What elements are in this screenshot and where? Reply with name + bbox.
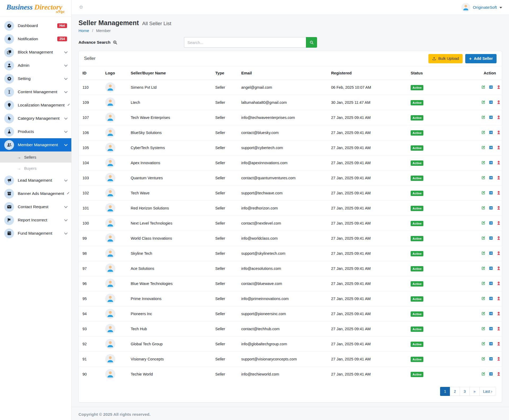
user-secret-action-icon[interactable] bbox=[496, 100, 501, 105]
user-secret-action-icon[interactable] bbox=[496, 356, 501, 361]
edit-action-icon[interactable] bbox=[481, 236, 486, 240]
list-action-icon[interactable] bbox=[489, 326, 493, 331]
sidebar-item-setting[interactable]: Setting bbox=[0, 72, 71, 85]
sidebar-subitem-sellers[interactable]: →Sellers bbox=[0, 151, 71, 163]
list-action-icon[interactable] bbox=[489, 115, 493, 120]
search-button[interactable] bbox=[306, 37, 317, 48]
edit-action-icon[interactable] bbox=[481, 296, 486, 301]
edit-action-icon[interactable] bbox=[481, 251, 486, 256]
sidebar-item-category-management[interactable]: Category Management bbox=[0, 112, 71, 125]
search-input[interactable] bbox=[184, 37, 306, 48]
list-action-icon[interactable] bbox=[489, 296, 493, 301]
edit-action-icon[interactable] bbox=[481, 311, 486, 316]
seller-registered: 27 Jan, 2025 09:41 AM bbox=[327, 110, 407, 125]
pagination-item-2[interactable]: 2 bbox=[450, 387, 460, 396]
list-action-icon[interactable] bbox=[489, 281, 493, 286]
list-action-icon[interactable] bbox=[489, 236, 493, 240]
seller-logo-avatar bbox=[105, 263, 115, 274]
brand-logo[interactable]: Business Directory script bbox=[0, 0, 71, 17]
user-secret-action-icon[interactable] bbox=[496, 296, 501, 301]
edit-action-icon[interactable] bbox=[481, 341, 486, 346]
list-action-icon[interactable] bbox=[489, 372, 493, 376]
user-secret-action-icon[interactable] bbox=[496, 115, 501, 120]
edit-action-icon[interactable] bbox=[481, 145, 486, 150]
pagination-item-last[interactable]: Last › bbox=[479, 387, 496, 396]
status-badge: Active bbox=[411, 372, 423, 377]
edit-action-icon[interactable] bbox=[481, 326, 486, 331]
pagination-item-[interactable]: » bbox=[469, 387, 480, 396]
edit-action-icon[interactable] bbox=[481, 175, 486, 180]
list-action-icon[interactable] bbox=[489, 311, 493, 316]
add-seller-button[interactable]: + Add Seller bbox=[465, 54, 497, 63]
edit-action-icon[interactable] bbox=[481, 205, 486, 210]
list-action-icon[interactable] bbox=[489, 341, 493, 346]
list-action-icon[interactable] bbox=[489, 190, 493, 195]
pagination-item-1[interactable]: 1 bbox=[440, 387, 450, 396]
advance-search-toggle[interactable]: Advance Search bbox=[78, 40, 118, 45]
edit-action-icon[interactable] bbox=[481, 281, 486, 286]
sidebar-item-content-management[interactable]: Content Management bbox=[0, 85, 71, 99]
sidebar-item-products[interactable]: Products bbox=[0, 125, 71, 138]
sidebar-item-member-management[interactable]: Member Management bbox=[0, 138, 71, 151]
edit-action-icon[interactable] bbox=[481, 85, 486, 90]
user-secret-action-icon[interactable] bbox=[496, 311, 501, 316]
seller-logo-avatar bbox=[105, 248, 115, 258]
list-action-icon[interactable] bbox=[489, 205, 493, 210]
sidebar-item-notification[interactable]: Notification254 bbox=[0, 32, 71, 46]
user-secret-action-icon[interactable] bbox=[496, 221, 501, 225]
sidebar-item-lead-management[interactable]: Lead Management bbox=[0, 174, 71, 187]
list-action-icon[interactable] bbox=[489, 221, 493, 225]
sidebar-item-report-incorrect[interactable]: Report Incorrect bbox=[0, 213, 71, 227]
user-secret-action-icon[interactable] bbox=[496, 266, 501, 271]
sidebar-subitem-buyers[interactable]: →Buyers bbox=[0, 163, 71, 174]
sidebar-item-dashboard[interactable]: DashboardHot bbox=[0, 19, 71, 32]
status-badge: Active bbox=[411, 160, 423, 166]
user-secret-action-icon[interactable] bbox=[496, 85, 501, 90]
app-window: Business Directory script DashboardHotNo… bbox=[0, 0, 509, 420]
list-action-icon[interactable] bbox=[489, 130, 493, 135]
list-action-icon[interactable] bbox=[489, 266, 493, 271]
user-secret-action-icon[interactable] bbox=[496, 236, 501, 240]
list-action-icon[interactable] bbox=[489, 160, 493, 165]
user-secret-action-icon[interactable] bbox=[496, 372, 501, 376]
sidebar-item-admin[interactable]: Admin bbox=[0, 59, 71, 72]
list-action-icon[interactable] bbox=[489, 356, 493, 361]
user-menu[interactable]: OriginateSoft bbox=[461, 3, 502, 12]
list-action-icon[interactable] bbox=[489, 145, 493, 150]
user-secret-action-icon[interactable] bbox=[496, 326, 501, 331]
sidebar-toggle-icon[interactable] bbox=[78, 5, 84, 10]
pagination-item-3[interactable]: 3 bbox=[460, 387, 470, 396]
list-action-icon[interactable] bbox=[489, 85, 493, 90]
sidebar-item-localization-management[interactable]: Localization Management bbox=[0, 99, 71, 112]
edit-action-icon[interactable] bbox=[481, 356, 486, 361]
sidebar-item-banner-ads-management[interactable]: Banner Ads Management bbox=[0, 187, 71, 200]
edit-action-icon[interactable] bbox=[481, 115, 486, 120]
edit-action-icon[interactable] bbox=[481, 266, 486, 271]
bulk-upload-button[interactable]: Bulk Upload bbox=[428, 54, 463, 63]
edit-action-icon[interactable] bbox=[481, 100, 486, 105]
sidebar-item-fund-management[interactable]: Fund Management bbox=[0, 227, 71, 240]
user-secret-action-icon[interactable] bbox=[496, 160, 501, 165]
user-secret-action-icon[interactable] bbox=[496, 190, 501, 195]
user-secret-action-icon[interactable] bbox=[496, 175, 501, 180]
sidebar-item-block-management[interactable]: Block Management bbox=[0, 46, 71, 59]
edit-action-icon[interactable] bbox=[481, 221, 486, 225]
user-secret-action-icon[interactable] bbox=[496, 251, 501, 256]
edit-action-icon[interactable] bbox=[481, 190, 486, 195]
edit-action-icon[interactable] bbox=[481, 372, 486, 376]
user-secret-action-icon[interactable] bbox=[496, 341, 501, 346]
edit-action-icon[interactable] bbox=[481, 160, 486, 165]
edit-action-icon[interactable] bbox=[481, 130, 486, 135]
seller-email: info@globaltechgroup.com bbox=[238, 337, 327, 352]
sidebar-item-contact-request[interactable]: Contact Request bbox=[0, 200, 71, 213]
list-action-icon[interactable] bbox=[489, 175, 493, 180]
envelope-icon bbox=[4, 202, 14, 212]
breadcrumb-home-link[interactable]: Home bbox=[78, 28, 89, 33]
user-secret-action-icon[interactable] bbox=[496, 281, 501, 286]
list-action-icon[interactable] bbox=[489, 251, 493, 256]
user-secret-action-icon[interactable] bbox=[496, 205, 501, 210]
user-secret-action-icon[interactable] bbox=[496, 145, 501, 150]
user-secret-action-icon[interactable] bbox=[496, 130, 501, 135]
list-action-icon[interactable] bbox=[489, 100, 493, 105]
status-badge: Active bbox=[411, 145, 423, 151]
